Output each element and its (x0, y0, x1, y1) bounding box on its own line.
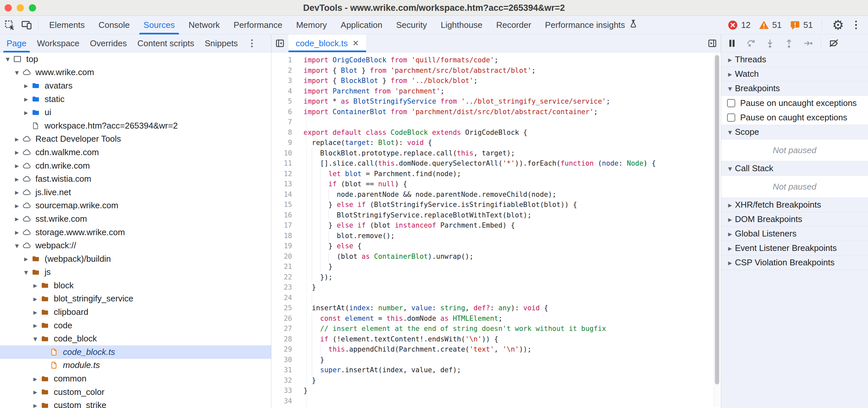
tree-item-fast-wistia-com[interactable]: ▸fast.wistia.com (0, 172, 271, 186)
line-number[interactable]: 20 (271, 252, 299, 262)
line-number[interactable]: 7 (271, 117, 299, 127)
tree-expand-arrow-icon[interactable]: ▸ (31, 375, 40, 383)
tree-expand-arrow-icon[interactable]: ▸ (31, 294, 40, 303)
section-expand-arrow-icon[interactable]: ▸ (725, 258, 735, 267)
close-tab-icon[interactable]: ✕ (352, 39, 359, 48)
tree-expand-arrow-icon[interactable]: ▸ (22, 95, 30, 103)
section-xhr-fetch-breakpoints[interactable]: ▸XHR/fetch Breakpoints (721, 198, 868, 212)
editor-tab-code-block-ts[interactable]: code_block.ts ✕ (288, 34, 366, 52)
step-icon[interactable] (801, 36, 815, 51)
tree-expand-arrow-icon[interactable]: ▸ (12, 162, 21, 170)
tree-item-code[interactable]: ▸code (0, 319, 271, 332)
line-number[interactable]: 15 (271, 200, 299, 210)
tree-item-ui[interactable]: ▸ui (0, 106, 271, 119)
section-expand-arrow-icon[interactable]: ▸ (725, 230, 735, 238)
more-options-menu-icon[interactable] (850, 19, 862, 31)
tab-security[interactable]: Security (390, 16, 434, 34)
tab-application[interactable]: Application (334, 16, 389, 34)
tab-memory[interactable]: Memory (289, 16, 334, 34)
line-number[interactable]: 28 (271, 334, 299, 345)
tab-network[interactable]: Network (182, 16, 226, 34)
tab-performance[interactable]: Performance (227, 16, 289, 34)
tree-item-custom-color[interactable]: ▸custom_color (0, 385, 271, 399)
navigator-tab-page[interactable]: Page (1, 34, 32, 53)
line-number[interactable]: 4 (271, 86, 299, 97)
tree-expand-arrow-icon[interactable]: ▸ (31, 388, 40, 396)
tree-item-www-wrike-com[interactable]: ▾www.wrike.com (0, 66, 271, 79)
line-number[interactable]: 22 (271, 272, 299, 283)
section-expand-arrow-icon[interactable]: ▸ (725, 55, 735, 64)
tree-item-code-block[interactable]: ▾code_block (0, 332, 271, 345)
tree-item-static[interactable]: ▸static (0, 92, 271, 106)
section-collapse-arrow-icon[interactable]: ▾ (725, 84, 735, 93)
tree-item-webpack[interactable]: ▾webpack:// (0, 239, 271, 252)
tab-performance-insights[interactable]: Performance insights (538, 16, 645, 34)
section-collapse-arrow-icon[interactable]: ▾ (725, 164, 735, 173)
section-scope[interactable]: ▾Scope (721, 125, 868, 139)
checkbox-row-pause-on-caught-exceptions[interactable]: Pause on caught exceptions (721, 110, 868, 125)
section-event-listener-breakpoints[interactable]: ▸Event Listener Breakpoints (721, 241, 868, 256)
tab-console[interactable]: Console (91, 16, 136, 34)
tree-expand-arrow-icon[interactable]: ▸ (12, 228, 21, 236)
navigator-tab-content-scripts[interactable]: Content scripts (132, 34, 199, 53)
line-number[interactable]: 18 (271, 231, 299, 241)
line-number[interactable]: 1 (271, 55, 299, 66)
tree-item-avatars[interactable]: ▸avatars (0, 79, 271, 92)
tree-expand-arrow-icon[interactable]: ▸ (22, 255, 30, 263)
line-number[interactable]: 16 (271, 210, 299, 221)
tree-item-cdn-walkme-com[interactable]: ▸cdn.walkme.com (0, 146, 271, 159)
line-number[interactable]: 6 (271, 107, 299, 117)
tree-expand-arrow-icon[interactable]: ▸ (12, 148, 21, 156)
line-number[interactable]: 26 (271, 314, 299, 324)
line-number[interactable]: 5 (271, 96, 299, 107)
tree-item-sst-wrike-com[interactable]: ▸sst.wrike.com (0, 212, 271, 226)
hide-navigator-icon[interactable] (271, 34, 288, 52)
line-number[interactable]: 21 (271, 262, 299, 272)
line-number[interactable]: 32 (271, 376, 299, 386)
pause-icon[interactable] (724, 36, 740, 51)
tree-item-storage-www-wrike-com[interactable]: ▸storage.www.wrike.com (0, 226, 271, 239)
section-threads[interactable]: ▸Threads (721, 53, 868, 67)
tree-item-blot-stringify-service[interactable]: ▸blot_stringify_service (0, 292, 271, 306)
line-number[interactable]: 34 (271, 396, 299, 407)
section-collapse-arrow-icon[interactable]: ▾ (725, 128, 735, 137)
console-warnings-badge[interactable]: 51 (758, 20, 782, 30)
tree-item-block[interactable]: ▸block (0, 279, 271, 292)
tree-item-clipboard[interactable]: ▸clipboard (0, 305, 271, 319)
code-editor[interactable]: 1import OrigCodeBlock from 'quill/format… (271, 53, 721, 408)
navigator-tab-overrides[interactable]: Overrides (85, 34, 132, 53)
tree-expand-arrow-icon[interactable]: ▸ (31, 281, 40, 290)
tree-item-js[interactable]: ▾js (0, 266, 271, 279)
tree-expand-arrow-icon[interactable]: ▸ (12, 135, 21, 143)
line-number[interactable]: 10 (271, 148, 299, 159)
tree-item-workspace-htm-acc-265394-wr-2[interactable]: workspace.htm?acc=265394&wr=2 (0, 119, 271, 133)
section-dom-breakpoints[interactable]: ▸DOM Breakpoints (721, 212, 868, 227)
line-number[interactable]: 12 (271, 169, 299, 179)
line-number[interactable]: 24 (271, 293, 299, 303)
tree-expand-arrow-icon[interactable]: ▸ (31, 321, 40, 330)
tab-sources[interactable]: Sources (137, 16, 182, 34)
section-global-listeners[interactable]: ▸Global Listeners (721, 227, 868, 241)
tree-collapse-arrow-icon[interactable]: ▾ (22, 268, 30, 276)
line-number[interactable]: 25 (271, 303, 299, 314)
tab-elements[interactable]: Elements (42, 16, 91, 34)
navigator-tab-snippets[interactable]: Snippets (199, 34, 243, 53)
tree-item-js-live-net[interactable]: ▸js.live.net (0, 186, 271, 199)
checkbox-unchecked[interactable] (727, 99, 735, 107)
line-number[interactable]: 31 (271, 365, 299, 376)
section-expand-arrow-icon[interactable]: ▸ (725, 244, 735, 253)
line-number[interactable]: 13 (271, 179, 299, 190)
section-csp-violation-breakpoints[interactable]: ▸CSP Violation Breakpoints (721, 256, 868, 270)
step-over-icon[interactable] (743, 36, 758, 51)
tab-lighthouse[interactable]: Lighthouse (434, 16, 489, 34)
tree-collapse-arrow-icon[interactable]: ▾ (12, 68, 21, 77)
tree-collapse-arrow-icon[interactable]: ▾ (31, 334, 40, 343)
section-expand-arrow-icon[interactable]: ▸ (725, 201, 735, 209)
tree-expand-arrow-icon[interactable]: ▸ (22, 108, 30, 117)
line-number[interactable]: 30 (271, 355, 299, 366)
tree-item-cdn-wrike-com[interactable]: ▸cdn.wrike.com (0, 159, 271, 173)
tree-expand-arrow-icon[interactable]: ▸ (12, 188, 21, 197)
console-errors-badge[interactable]: 12 (727, 20, 751, 30)
tree-expand-arrow-icon[interactable]: ▸ (31, 401, 40, 408)
tree-collapse-arrow-icon[interactable]: ▾ (3, 55, 12, 63)
